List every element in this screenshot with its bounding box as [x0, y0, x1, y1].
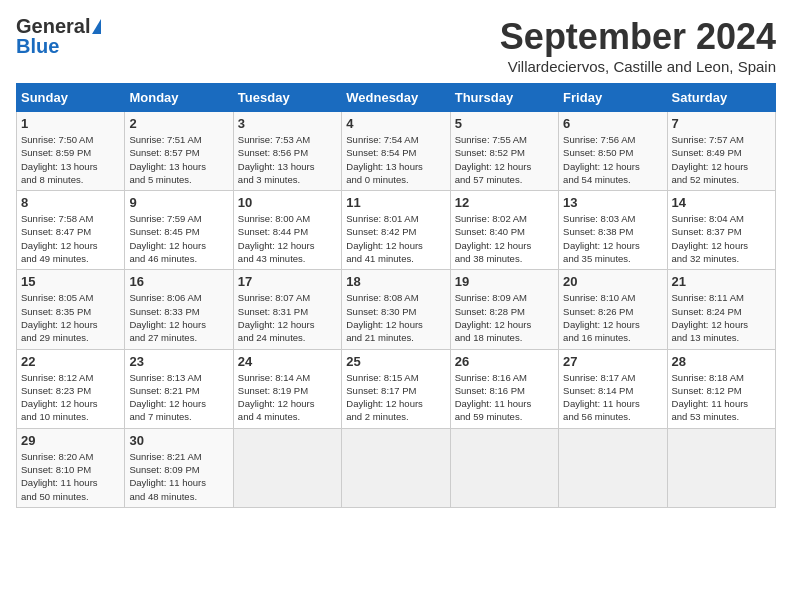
- calendar-cell: 3Sunrise: 7:53 AM Sunset: 8:56 PM Daylig…: [233, 112, 341, 191]
- day-info: Sunrise: 8:02 AM Sunset: 8:40 PM Dayligh…: [455, 212, 554, 265]
- calendar-cell: 11Sunrise: 8:01 AM Sunset: 8:42 PM Dayli…: [342, 191, 450, 270]
- calendar-cell: 30Sunrise: 8:21 AM Sunset: 8:09 PM Dayli…: [125, 428, 233, 507]
- calendar-header-monday: Monday: [125, 84, 233, 112]
- calendar-table: SundayMondayTuesdayWednesdayThursdayFrid…: [16, 83, 776, 508]
- day-number: 29: [21, 433, 120, 448]
- day-number: 5: [455, 116, 554, 131]
- day-info: Sunrise: 7:58 AM Sunset: 8:47 PM Dayligh…: [21, 212, 120, 265]
- day-info: Sunrise: 7:50 AM Sunset: 8:59 PM Dayligh…: [21, 133, 120, 186]
- day-number: 4: [346, 116, 445, 131]
- day-info: Sunrise: 8:17 AM Sunset: 8:14 PM Dayligh…: [563, 371, 662, 424]
- day-info: Sunrise: 8:07 AM Sunset: 8:31 PM Dayligh…: [238, 291, 337, 344]
- day-info: Sunrise: 7:54 AM Sunset: 8:54 PM Dayligh…: [346, 133, 445, 186]
- day-number: 28: [672, 354, 771, 369]
- day-number: 26: [455, 354, 554, 369]
- calendar-cell: 4Sunrise: 7:54 AM Sunset: 8:54 PM Daylig…: [342, 112, 450, 191]
- day-number: 27: [563, 354, 662, 369]
- day-number: 14: [672, 195, 771, 210]
- calendar-cell: 28Sunrise: 8:18 AM Sunset: 8:12 PM Dayli…: [667, 349, 775, 428]
- calendar-cell: [342, 428, 450, 507]
- subtitle: Villardeciervos, Castille and Leon, Spai…: [500, 58, 776, 75]
- calendar-cell: 18Sunrise: 8:08 AM Sunset: 8:30 PM Dayli…: [342, 270, 450, 349]
- main-title: September 2024: [500, 16, 776, 58]
- day-info: Sunrise: 7:59 AM Sunset: 8:45 PM Dayligh…: [129, 212, 228, 265]
- day-info: Sunrise: 8:15 AM Sunset: 8:17 PM Dayligh…: [346, 371, 445, 424]
- calendar-header-saturday: Saturday: [667, 84, 775, 112]
- calendar-cell: 7Sunrise: 7:57 AM Sunset: 8:49 PM Daylig…: [667, 112, 775, 191]
- calendar-header-friday: Friday: [559, 84, 667, 112]
- day-number: 17: [238, 274, 337, 289]
- day-number: 24: [238, 354, 337, 369]
- calendar-week-row: 8Sunrise: 7:58 AM Sunset: 8:47 PM Daylig…: [17, 191, 776, 270]
- calendar-week-row: 22Sunrise: 8:12 AM Sunset: 8:23 PM Dayli…: [17, 349, 776, 428]
- calendar-cell: 1Sunrise: 7:50 AM Sunset: 8:59 PM Daylig…: [17, 112, 125, 191]
- calendar-cell: 23Sunrise: 8:13 AM Sunset: 8:21 PM Dayli…: [125, 349, 233, 428]
- calendar-cell: [450, 428, 558, 507]
- day-number: 21: [672, 274, 771, 289]
- calendar-cell: 5Sunrise: 7:55 AM Sunset: 8:52 PM Daylig…: [450, 112, 558, 191]
- day-number: 30: [129, 433, 228, 448]
- calendar-header-sunday: Sunday: [17, 84, 125, 112]
- day-info: Sunrise: 8:01 AM Sunset: 8:42 PM Dayligh…: [346, 212, 445, 265]
- day-number: 12: [455, 195, 554, 210]
- day-info: Sunrise: 8:09 AM Sunset: 8:28 PM Dayligh…: [455, 291, 554, 344]
- day-info: Sunrise: 7:55 AM Sunset: 8:52 PM Dayligh…: [455, 133, 554, 186]
- day-number: 2: [129, 116, 228, 131]
- day-number: 20: [563, 274, 662, 289]
- day-number: 3: [238, 116, 337, 131]
- calendar-cell: 14Sunrise: 8:04 AM Sunset: 8:37 PM Dayli…: [667, 191, 775, 270]
- calendar-cell: 2Sunrise: 7:51 AM Sunset: 8:57 PM Daylig…: [125, 112, 233, 191]
- calendar-cell: 10Sunrise: 8:00 AM Sunset: 8:44 PM Dayli…: [233, 191, 341, 270]
- calendar-cell: 26Sunrise: 8:16 AM Sunset: 8:16 PM Dayli…: [450, 349, 558, 428]
- calendar-header-row: SundayMondayTuesdayWednesdayThursdayFrid…: [17, 84, 776, 112]
- calendar-cell: 29Sunrise: 8:20 AM Sunset: 8:10 PM Dayli…: [17, 428, 125, 507]
- day-number: 15: [21, 274, 120, 289]
- day-info: Sunrise: 8:03 AM Sunset: 8:38 PM Dayligh…: [563, 212, 662, 265]
- day-info: Sunrise: 8:13 AM Sunset: 8:21 PM Dayligh…: [129, 371, 228, 424]
- day-info: Sunrise: 8:18 AM Sunset: 8:12 PM Dayligh…: [672, 371, 771, 424]
- calendar-cell: 17Sunrise: 8:07 AM Sunset: 8:31 PM Dayli…: [233, 270, 341, 349]
- calendar-cell: 8Sunrise: 7:58 AM Sunset: 8:47 PM Daylig…: [17, 191, 125, 270]
- day-number: 9: [129, 195, 228, 210]
- day-number: 6: [563, 116, 662, 131]
- calendar-cell: [233, 428, 341, 507]
- calendar-cell: [667, 428, 775, 507]
- day-number: 10: [238, 195, 337, 210]
- calendar-header-thursday: Thursday: [450, 84, 558, 112]
- calendar-cell: 27Sunrise: 8:17 AM Sunset: 8:14 PM Dayli…: [559, 349, 667, 428]
- calendar-week-row: 29Sunrise: 8:20 AM Sunset: 8:10 PM Dayli…: [17, 428, 776, 507]
- day-number: 19: [455, 274, 554, 289]
- calendar-cell: 24Sunrise: 8:14 AM Sunset: 8:19 PM Dayli…: [233, 349, 341, 428]
- calendar-cell: 15Sunrise: 8:05 AM Sunset: 8:35 PM Dayli…: [17, 270, 125, 349]
- logo: General Blue: [16, 16, 101, 56]
- day-number: 22: [21, 354, 120, 369]
- title-block: September 2024 Villardeciervos, Castille…: [500, 16, 776, 75]
- day-info: Sunrise: 8:06 AM Sunset: 8:33 PM Dayligh…: [129, 291, 228, 344]
- calendar-cell: 25Sunrise: 8:15 AM Sunset: 8:17 PM Dayli…: [342, 349, 450, 428]
- calendar-cell: 19Sunrise: 8:09 AM Sunset: 8:28 PM Dayli…: [450, 270, 558, 349]
- calendar-cell: 22Sunrise: 8:12 AM Sunset: 8:23 PM Dayli…: [17, 349, 125, 428]
- day-info: Sunrise: 8:11 AM Sunset: 8:24 PM Dayligh…: [672, 291, 771, 344]
- day-number: 16: [129, 274, 228, 289]
- day-number: 25: [346, 354, 445, 369]
- logo-triangle-icon: [92, 19, 101, 34]
- day-info: Sunrise: 8:00 AM Sunset: 8:44 PM Dayligh…: [238, 212, 337, 265]
- calendar-header-tuesday: Tuesday: [233, 84, 341, 112]
- day-number: 1: [21, 116, 120, 131]
- day-info: Sunrise: 8:08 AM Sunset: 8:30 PM Dayligh…: [346, 291, 445, 344]
- page-header: General Blue September 2024 Villardecier…: [16, 16, 776, 75]
- calendar-cell: 20Sunrise: 8:10 AM Sunset: 8:26 PM Dayli…: [559, 270, 667, 349]
- calendar-week-row: 1Sunrise: 7:50 AM Sunset: 8:59 PM Daylig…: [17, 112, 776, 191]
- calendar-cell: 6Sunrise: 7:56 AM Sunset: 8:50 PM Daylig…: [559, 112, 667, 191]
- day-number: 23: [129, 354, 228, 369]
- logo-blue: Blue: [16, 36, 101, 56]
- calendar-cell: 9Sunrise: 7:59 AM Sunset: 8:45 PM Daylig…: [125, 191, 233, 270]
- calendar-header-wednesday: Wednesday: [342, 84, 450, 112]
- day-number: 18: [346, 274, 445, 289]
- day-number: 13: [563, 195, 662, 210]
- calendar-cell: 21Sunrise: 8:11 AM Sunset: 8:24 PM Dayli…: [667, 270, 775, 349]
- calendar-week-row: 15Sunrise: 8:05 AM Sunset: 8:35 PM Dayli…: [17, 270, 776, 349]
- day-info: Sunrise: 7:51 AM Sunset: 8:57 PM Dayligh…: [129, 133, 228, 186]
- logo-general: General: [16, 16, 90, 36]
- calendar-cell: 12Sunrise: 8:02 AM Sunset: 8:40 PM Dayli…: [450, 191, 558, 270]
